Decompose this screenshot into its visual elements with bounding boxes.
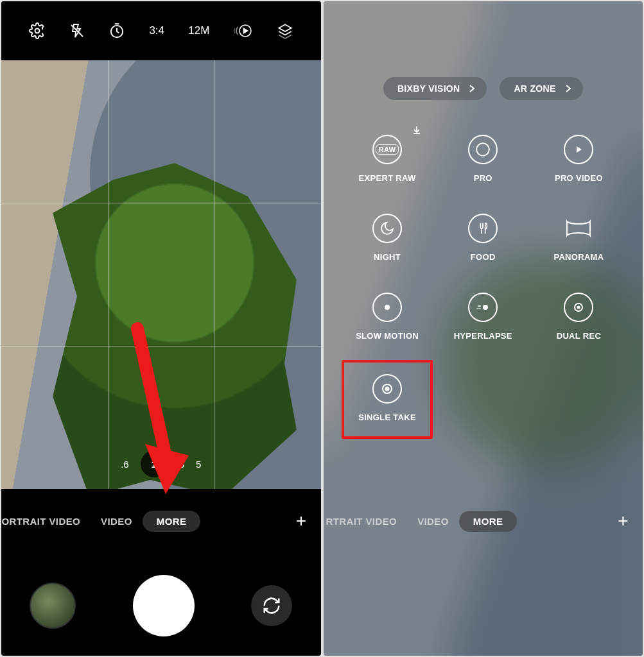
- plant-subject: [53, 163, 297, 489]
- zoom-level[interactable]: .6: [121, 450, 129, 477]
- camera-bottom-bar: [1, 575, 321, 636]
- motion-photo-icon[interactable]: [234, 22, 253, 39]
- mode-panorama[interactable]: PANORAMA: [534, 214, 623, 262]
- svg-point-8: [385, 305, 390, 310]
- camera-screen-main: 3:4 12M .6 1 3 5: [1, 1, 321, 656]
- add-mode-button[interactable]: +: [296, 511, 307, 531]
- mode-more[interactable]: MORE: [143, 511, 201, 532]
- mode-single-take[interactable]: SINGLE TAKE: [343, 371, 432, 425]
- grid-line: [1, 203, 321, 203]
- ar-zone-label: AR ZONE: [514, 83, 555, 94]
- chevron-right-icon: [469, 84, 475, 93]
- annotation-highlight: SINGLE TAKE: [342, 360, 433, 439]
- mode-label: SINGLE TAKE: [358, 413, 416, 422]
- mode-pro[interactable]: PRO: [439, 135, 528, 183]
- mode-hyperlapse[interactable]: HYPERLAPSE: [439, 293, 528, 341]
- zoom-selector: .6 1 3 5: [1, 450, 321, 477]
- mode-food[interactable]: FOOD: [439, 214, 528, 262]
- add-mode-button[interactable]: +: [618, 511, 629, 531]
- grid-line: [1, 346, 321, 346]
- shutter-button[interactable]: [133, 575, 195, 636]
- mode-label: PRO: [474, 173, 492, 183]
- svg-point-15: [385, 387, 390, 391]
- camera-mode-row: RTRAIT VIDEO VIDEO MORE +: [324, 505, 643, 537]
- mode-label: DUAL REC: [557, 331, 601, 341]
- resolution-button[interactable]: 12M: [188, 24, 209, 37]
- zoom-level[interactable]: 3: [179, 450, 184, 477]
- filters-icon[interactable]: [277, 22, 293, 39]
- mode-more[interactable]: MORE: [459, 511, 518, 532]
- pro-video-icon: [564, 135, 593, 164]
- mode-label: FOOD: [471, 252, 496, 262]
- mode-label: PANORAMA: [553, 252, 604, 262]
- mode-pro-video[interactable]: PRO VIDEO: [534, 135, 623, 183]
- mode-video[interactable]: VIDEO: [407, 516, 459, 527]
- ar-zone-button[interactable]: AR ZONE: [500, 77, 582, 100]
- mode-label: NIGHT: [374, 252, 401, 262]
- camera-mode-row: PORTRAIT VIDEO VIDEO MORE +: [1, 505, 321, 537]
- svg-point-13: [577, 306, 580, 309]
- svg-marker-4: [243, 29, 247, 33]
- mode-label: PRO VIDEO: [555, 173, 603, 183]
- mode-video[interactable]: VIDEO: [91, 516, 143, 527]
- camera-top-toolbar: 3:4 12M: [1, 1, 321, 60]
- settings-icon[interactable]: [29, 22, 46, 39]
- grid-line: [214, 60, 214, 489]
- mode-label: EXPERT RAW: [359, 173, 416, 183]
- grid-line: [108, 60, 109, 489]
- svg-rect-11: [476, 308, 481, 309]
- panorama-icon: [564, 214, 593, 243]
- chevron-right-icon: [565, 84, 571, 93]
- camera-screen-more-modes: BIXBY VISION AR ZONE RAW EXPERT: [324, 1, 643, 656]
- more-pill-row: BIXBY VISION AR ZONE: [324, 77, 643, 100]
- food-icon: [468, 214, 498, 243]
- timer-icon[interactable]: [109, 22, 125, 39]
- mode-label: HYPERLAPSE: [454, 331, 512, 341]
- mode-expert-raw[interactable]: RAW EXPERT RAW: [343, 135, 432, 183]
- night-icon: [372, 214, 402, 243]
- mode-dual-rec[interactable]: DUAL REC: [534, 293, 623, 341]
- dual-rec-icon: [564, 293, 593, 322]
- camera-viewfinder[interactable]: .6 1 3 5: [1, 60, 321, 489]
- flash-off-icon[interactable]: [69, 22, 85, 39]
- slow-motion-icon: [372, 293, 402, 322]
- mode-portrait-video[interactable]: PORTRAIT VIDEO: [1, 516, 91, 527]
- svg-point-0: [35, 29, 39, 33]
- hyperlapse-icon: [468, 293, 498, 322]
- mode-portrait-video[interactable]: RTRAIT VIDEO: [324, 516, 408, 527]
- zoom-level[interactable]: 5: [196, 450, 201, 477]
- svg-marker-7: [577, 146, 582, 153]
- aspect-ratio-button[interactable]: 3:4: [149, 24, 164, 37]
- mode-night[interactable]: NIGHT: [343, 214, 432, 262]
- mode-slow-motion[interactable]: SLOW MOTION: [343, 293, 432, 341]
- single-take-icon: [372, 374, 402, 404]
- mode-label: SLOW MOTION: [356, 331, 419, 341]
- gallery-thumbnail[interactable]: [30, 583, 76, 629]
- svg-point-9: [483, 305, 488, 310]
- bixby-vision-label: BIXBY VISION: [397, 83, 460, 94]
- expert-raw-icon: RAW: [372, 135, 402, 164]
- download-icon: [412, 126, 421, 135]
- svg-rect-10: [478, 305, 481, 307]
- switch-camera-button[interactable]: [251, 585, 292, 626]
- pro-icon: [468, 135, 498, 164]
- more-modes-grid: RAW EXPERT RAW PRO: [343, 135, 624, 425]
- bixby-vision-button[interactable]: BIXBY VISION: [383, 77, 487, 100]
- zoom-level-active[interactable]: 1: [141, 450, 168, 477]
